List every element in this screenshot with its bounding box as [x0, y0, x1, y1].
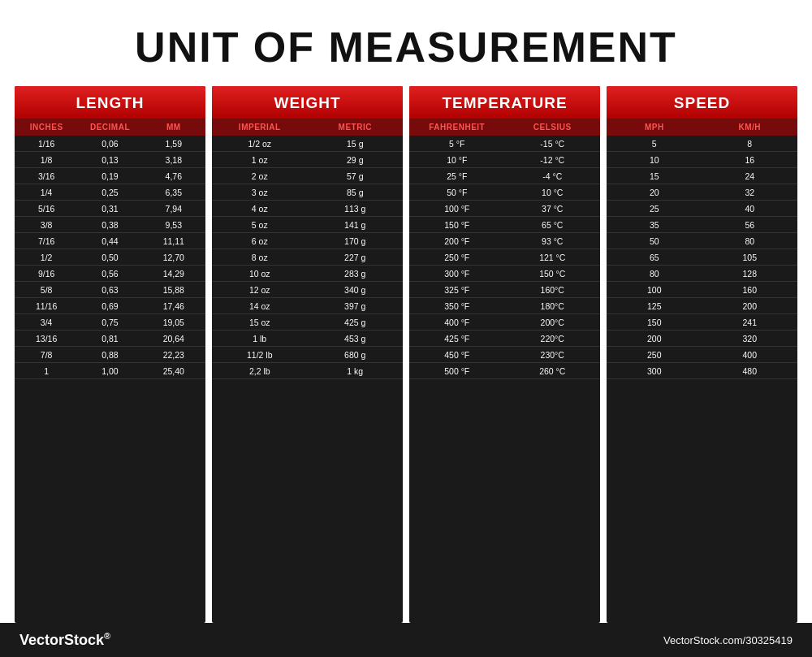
table-row: 5/80,6315,88 — [15, 282, 205, 298]
table-cell: 29 g — [308, 152, 404, 167]
table-row: 8 oz227 g — [212, 249, 403, 266]
table-row: 12 oz340 g — [212, 282, 403, 298]
table-cell: 3/8 — [15, 217, 78, 232]
table-cell: 15,88 — [142, 282, 205, 297]
table-cell: 4,76 — [142, 168, 205, 184]
table-cell: 425 °F — [409, 331, 505, 346]
table-row: 2540 — [607, 201, 797, 217]
table-cell: 113 g — [308, 201, 404, 216]
table-row: 5 °F-15 °C — [409, 136, 600, 152]
table-cell: 170 g — [308, 233, 404, 249]
weight-rows: 1/2 oz15 g1 oz29 g2 oz57 g3 oz85 g4 oz11… — [212, 136, 403, 379]
table-cell: 500 °F — [409, 363, 505, 378]
table-cell: -15 °C — [505, 136, 601, 151]
table-cell: 0,56 — [78, 266, 141, 281]
table-cell: 1/4 — [15, 184, 78, 200]
table-cell: 320 — [702, 331, 798, 346]
table-cell: 283 g — [308, 266, 404, 281]
table-cell: 12 oz — [212, 282, 308, 297]
table-cell: 25,40 — [142, 363, 205, 378]
table-cell: 93 °C — [505, 233, 601, 249]
table-cell: 25 °F — [409, 168, 505, 184]
table-cell: 0,50 — [78, 249, 141, 265]
table-temperature: TEMPERATUREFAHRENHEITCELSIUS5 °F-15 °C10… — [409, 86, 600, 623]
length-header: LENGTH — [15, 86, 205, 119]
table-cell: 200 — [607, 331, 702, 346]
table-cell: 300 — [607, 363, 702, 378]
table-row: 11,0025,40 — [15, 363, 205, 379]
table-row: 325 °F160°C — [409, 282, 600, 298]
table-row: 300 °F150 °C — [409, 266, 600, 282]
table-cell: 2 oz — [212, 168, 308, 184]
table-cell: 1,00 — [78, 363, 141, 378]
table-cell: 11/16 — [15, 298, 78, 313]
table-cell: 6,35 — [142, 184, 205, 200]
table-cell: 180°C — [505, 298, 601, 313]
table-row: 1/20,5012,70 — [15, 249, 205, 266]
table-cell: 1 — [15, 363, 78, 378]
table-cell: 56 — [702, 217, 798, 232]
table-cell: 150 °C — [505, 266, 601, 281]
page-title: UNIT OF MEASUREMENT — [135, 0, 677, 86]
table-weight: WEIGHTIMPERIALMETRIC1/2 oz15 g1 oz29 g2 … — [212, 86, 403, 623]
table-row: 3/160,194,76 — [15, 168, 205, 184]
table-row: 425 °F220°C — [409, 331, 600, 347]
table-cell: 200°C — [505, 314, 601, 330]
speed-col-head: KM/H — [702, 119, 798, 136]
table-row: 1/2 oz15 g — [212, 136, 403, 152]
table-cell: 1/2 oz — [212, 136, 308, 151]
table-speed: SPEEDMPHKM/H5810161524203225403556508065… — [607, 86, 797, 623]
table-cell: 40 — [702, 201, 798, 216]
tables-container: LENGTHINCHESDECIMALMM1/160,061,591/80,13… — [0, 86, 812, 623]
table-cell: 20,64 — [142, 331, 205, 346]
temperature-header: TEMPERATURE — [409, 86, 600, 119]
table-cell: 9,53 — [142, 217, 205, 232]
table-row: 100 °F37 °C — [409, 201, 600, 217]
table-row: 2 oz57 g — [212, 168, 403, 184]
table-cell: 57 g — [308, 168, 404, 184]
speed-subheader: MPHKM/H — [607, 119, 797, 136]
table-cell: 50 — [607, 233, 702, 249]
table-cell: 125 — [607, 298, 702, 313]
table-cell: 10 °F — [409, 152, 505, 167]
length-col-head: MM — [142, 119, 205, 136]
table-cell: 15 — [607, 168, 702, 184]
table-row: 5 oz141 g — [212, 217, 403, 233]
table-cell: 17,46 — [142, 298, 205, 313]
footer-url: VectorStock.com/30325419 — [663, 634, 793, 646]
table-row: 500 °F260 °C — [409, 363, 600, 379]
table-cell: 0,81 — [78, 331, 141, 346]
table-cell: 65 °C — [505, 217, 601, 232]
table-cell: 22,23 — [142, 347, 205, 362]
table-cell: 5 oz — [212, 217, 308, 232]
table-cell: 680 g — [308, 347, 404, 362]
table-row: 200320 — [607, 331, 797, 347]
table-row: 25 °F-4 °C — [409, 168, 600, 184]
table-row: 14 oz397 g — [212, 298, 403, 314]
table-cell: 11/2 lb — [212, 347, 308, 362]
table-cell: 5 — [607, 136, 702, 151]
table-cell: 0,06 — [78, 136, 141, 151]
table-row: 1/80,133,18 — [15, 152, 205, 168]
table-row: 250400 — [607, 347, 797, 363]
table-cell: 340 g — [308, 282, 404, 297]
table-cell: 250 °F — [409, 249, 505, 265]
table-cell: 65 — [607, 249, 702, 265]
table-row: 6 oz170 g — [212, 233, 403, 249]
table-row: 15 oz425 g — [212, 314, 403, 331]
table-cell: 1 lb — [212, 331, 308, 346]
table-cell: 325 °F — [409, 282, 505, 297]
table-cell: 15 g — [308, 136, 404, 151]
table-row: 13/160,8120,64 — [15, 331, 205, 347]
weight-col-head: IMPERIAL — [212, 119, 308, 136]
table-cell: 200 — [702, 298, 798, 313]
table-row: 11/160,6917,46 — [15, 298, 205, 314]
temperature-col-head: CELSIUS — [505, 119, 601, 136]
table-cell: 14 oz — [212, 298, 308, 313]
table-row: 400 °F200°C — [409, 314, 600, 331]
table-cell: 32 — [702, 184, 798, 200]
table-cell: 11,11 — [142, 233, 205, 249]
table-cell: -12 °C — [505, 152, 601, 167]
table-cell: 16 — [702, 152, 798, 167]
table-cell: 220°C — [505, 331, 601, 346]
